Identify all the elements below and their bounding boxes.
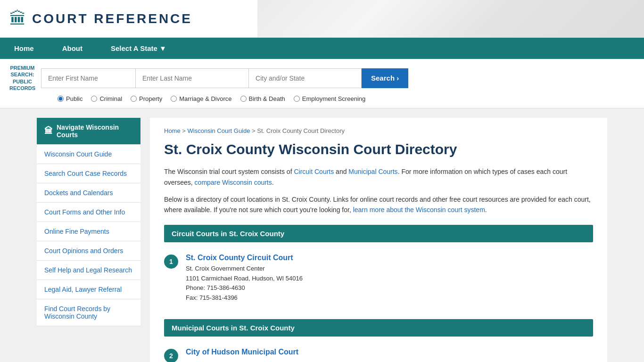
filter-employment[interactable]: Employment Screening (294, 95, 365, 102)
court-address-1b: 1101 Carmichael Road, Hudson, WI 54016 (186, 275, 303, 282)
court-icon: 🏛 (44, 126, 53, 136)
logo-text: COURT REFERENCE (32, 11, 192, 26)
filter-public[interactable]: Public (58, 95, 83, 102)
intro-paragraph-1: The Wisconsin trial court system consist… (164, 166, 593, 188)
search-filters: Public Criminal Property Marriage & Divo… (58, 95, 635, 102)
header: 🏛 COURT REFERENCE (0, 0, 644, 38)
filter-criminal[interactable]: Criminal (91, 95, 122, 102)
sidebar-item-forms[interactable]: Court Forms and Other Info (37, 203, 140, 222)
last-name-input[interactable] (135, 68, 248, 88)
filter-property[interactable]: Property (131, 95, 162, 102)
nav-select-state[interactable]: Select A State ▼ (97, 38, 181, 59)
sidebar-item-case-records[interactable]: Search Court Case Records (37, 164, 140, 183)
search-bar: PREMIUM SEARCH: PUBLIC RECORDS Search › … (0, 59, 644, 108)
search-label: PREMIUM SEARCH: PUBLIC RECORDS (9, 65, 35, 91)
first-name-input[interactable] (41, 68, 135, 88)
sidebar-item-dockets[interactable]: Dockets and Calendars (37, 183, 140, 203)
court-info-1: St. Croix County Circuit Court St. Croix… (186, 254, 303, 303)
main-content: Home > Wisconsin Court Guide > St. Croix… (150, 118, 607, 362)
municipal-courts-link[interactable]: Municipal Courts (348, 168, 397, 175)
breadcrumb-home[interactable]: Home (164, 127, 181, 134)
logo-area: 🏛 COURT REFERENCE (9, 9, 192, 29)
compare-courts-link[interactable]: compare Wisconsin courts (195, 179, 272, 186)
court-card-2: 2 City of Hudson Municipal Court (164, 341, 593, 362)
main-navigation: Home About Select A State ▼ (0, 38, 644, 59)
filter-birth[interactable]: Birth & Death (240, 95, 285, 102)
municipal-courts-header: Municipal Courts in St. Croix County (164, 319, 593, 337)
sidebar-item-legal-aid[interactable]: Legal Aid, Lawyer Referral (37, 280, 140, 299)
court-building-icon: 🏛 (9, 9, 26, 29)
court-info-2: City of Hudson Municipal Court (186, 348, 298, 358)
court-fax-1: Fax: 715-381-4396 (186, 294, 238, 301)
court-number-2: 2 (164, 349, 178, 362)
circuit-courts-header: Circuit Courts in St. Croix County (164, 225, 593, 242)
header-background (257, 0, 644, 37)
breadcrumb-state[interactable]: Wisconsin Court Guide (188, 127, 250, 134)
breadcrumb: Home > Wisconsin Court Guide > St. Croix… (164, 127, 593, 134)
sidebar-item-court-guide[interactable]: Wisconsin Court Guide (37, 145, 140, 164)
sidebar: 🏛 Navigate Wisconsin Courts Wisconsin Co… (37, 118, 140, 362)
page-title: St. Croix County Wisconsin Court Directo… (164, 141, 593, 158)
city-state-input[interactable] (248, 68, 362, 88)
sidebar-item-opinions[interactable]: Court Opinions and Orders (37, 241, 140, 261)
court-name-link-1[interactable]: St. Croix County Circuit Court (186, 254, 293, 262)
learn-more-link[interactable]: learn more about the Wisconsin court sys… (353, 206, 485, 214)
court-name-link-2[interactable]: City of Hudson Municipal Court (186, 348, 298, 356)
court-phone-1: Phone: 715-386-4630 (186, 284, 245, 291)
sidebar-item-selfhelp[interactable]: Self Help and Legal Research (37, 261, 140, 280)
circuit-courts-link[interactable]: Circuit Courts (294, 168, 334, 175)
intro-paragraph-2: Below is a directory of court locations … (164, 194, 593, 215)
search-button[interactable]: Search › (362, 68, 408, 88)
nav-about[interactable]: About (48, 38, 97, 59)
sidebar-item-fines[interactable]: Online Fine Payments (37, 222, 140, 241)
court-card-1: 1 St. Croix County Circuit Court St. Cro… (164, 247, 593, 310)
court-address-1a: St. Croix Government Center (186, 265, 265, 272)
court-number-1: 1 (164, 255, 178, 269)
main-layout: 🏛 Navigate Wisconsin Courts Wisconsin Co… (32, 108, 612, 362)
sidebar-item-navigate[interactable]: 🏛 Navigate Wisconsin Courts (37, 118, 140, 145)
filter-marriage[interactable]: Marriage & Divorce (171, 95, 231, 102)
sidebar-item-find-records[interactable]: Find Court Records by Wisconsin County (37, 299, 140, 326)
breadcrumb-current: St. Croix County Court Directory (257, 127, 345, 134)
nav-home[interactable]: Home (0, 38, 48, 59)
